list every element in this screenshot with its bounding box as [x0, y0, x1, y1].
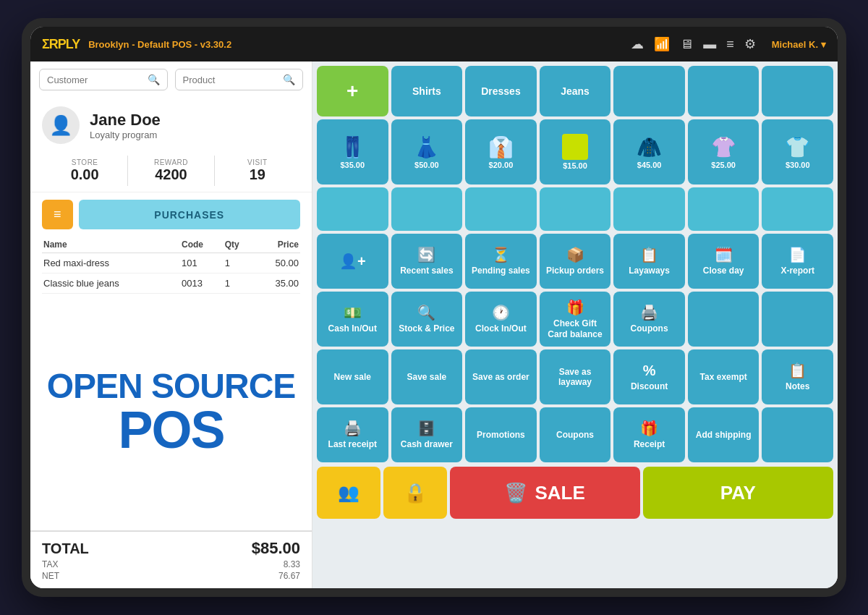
stat-visit: VISIT 19: [214, 156, 300, 186]
empty-tile-3[interactable]: [465, 187, 537, 231]
lock-button[interactable]: 🔒: [383, 467, 447, 519]
promo-pos: POS: [118, 404, 224, 456]
save-as-order-label: Save as order: [472, 372, 529, 382]
promotions-button[interactable]: Promotions: [465, 407, 537, 462]
pending-sales-button[interactable]: ⏳ Pending sales: [465, 234, 537, 289]
customer-search-box[interactable]: 🔍: [39, 69, 168, 90]
notes-button[interactable]: 📋 Notes: [762, 349, 833, 404]
stock-price-button[interactable]: 🔍 Stock & Price: [391, 292, 463, 347]
dress-image: 👗: [414, 135, 439, 159]
category-dresses[interactable]: Dresses: [465, 66, 537, 116]
clock-in-out-button[interactable]: 🕐 Clock In/Out: [465, 292, 537, 347]
add-customer-button[interactable]: 👤+: [317, 234, 388, 289]
purchases-button[interactable]: PURCHASES: [79, 200, 300, 229]
coupons-label: Coupons: [556, 430, 594, 440]
action-empty-1[interactable]: [688, 292, 760, 347]
item-qty: 1: [224, 273, 254, 294]
jeans-price: $35.00: [340, 161, 365, 169]
cloud-icon[interactable]: ☁: [631, 36, 644, 52]
table-row[interactable]: Classic blue jeans 0013 1 35.00: [42, 273, 300, 294]
card-icon[interactable]: ▬: [703, 37, 716, 52]
list-button[interactable]: ≡: [42, 200, 73, 229]
product-dress[interactable]: 👗 $50.00: [391, 119, 463, 184]
coupons-button[interactable]: Coupons: [540, 407, 611, 462]
empty-tile-4[interactable]: [540, 187, 611, 231]
sale-button[interactable]: 🗑️ SALE: [450, 467, 640, 519]
customers-button[interactable]: 👥: [317, 467, 380, 519]
notes-icon: 📋: [788, 362, 807, 379]
coat-image: 🧥: [637, 135, 662, 159]
item-price: 35.00: [254, 273, 300, 294]
category-jeans[interactable]: Jeans: [540, 66, 611, 116]
erply-logo: ΣRPLY: [42, 37, 80, 52]
cash-in-out-button[interactable]: 💵 Cash In/Out: [317, 292, 388, 347]
category-shirts[interactable]: Shirts: [391, 66, 463, 116]
action-row-1: 👤+ 🔄 Recent sales ⏳ Pending sales 📦 Pick…: [317, 234, 833, 289]
tax-exempt-button[interactable]: Tax exempt: [688, 349, 760, 404]
category-empty-2[interactable]: [688, 66, 760, 116]
product-white-shirt[interactable]: 👚 $25.00: [688, 119, 760, 184]
cash-drawer-button[interactable]: 🗄️ Cash drawer: [391, 407, 463, 462]
screen-icon[interactable]: 🖥: [680, 37, 693, 52]
empty-tile-1[interactable]: [317, 187, 388, 231]
jeans-image: 👖: [340, 135, 365, 159]
product-shirt[interactable]: 👔 $20.00: [465, 119, 537, 184]
item-qty: 1: [224, 253, 254, 273]
empty-tile-5[interactable]: [613, 187, 685, 231]
product-coat[interactable]: 🧥 $45.00: [613, 119, 685, 184]
dress-price: $50.00: [414, 161, 439, 169]
cash-icon: 💵: [344, 304, 362, 321]
last-receipt-button[interactable]: 🖨️ Last receipt: [317, 407, 388, 462]
save-sale-button[interactable]: Save sale: [391, 349, 463, 404]
save-as-order-button[interactable]: Save as order: [465, 349, 537, 404]
x-report-icon: 📄: [788, 246, 807, 263]
add-category-button[interactable]: +: [317, 66, 388, 116]
user-name: Michael K.: [772, 39, 818, 50]
trash-icon: 🗑️: [504, 482, 527, 504]
coupons-print-button[interactable]: 🖨️ Coupons: [613, 292, 685, 347]
coat-price: $45.00: [637, 161, 662, 169]
discount-button[interactable]: % Discount: [613, 349, 685, 404]
receipt-button[interactable]: 🎁 Receipt: [613, 407, 685, 462]
category-empty-3[interactable]: [762, 66, 833, 116]
tablet-frame: ΣRPLY Brooklyn - Default POS - v3.30.2 ☁…: [22, 18, 846, 597]
receipt-label: Receipt: [634, 439, 665, 449]
product-black-pants[interactable]: 👕 $30.00: [762, 119, 833, 184]
empty-tile-2[interactable]: [391, 187, 463, 231]
right-panel: + Shirts Dresses Jeans 👖 $35.00 👗: [312, 62, 838, 588]
product-jeans[interactable]: 👖 $35.00: [317, 119, 388, 184]
gear-icon[interactable]: ⚙: [744, 36, 756, 52]
menu-icon[interactable]: ≡: [726, 37, 734, 52]
tax-exempt-label: Tax exempt: [700, 372, 747, 382]
store-label: STORE: [42, 158, 127, 166]
empty-tile-7[interactable]: [762, 187, 833, 231]
col-price: Price: [254, 237, 300, 253]
action-empty-3[interactable]: [762, 407, 833, 462]
recent-sales-button[interactable]: 🔄 Recent sales: [391, 234, 463, 289]
empty-product-row: [317, 187, 833, 231]
pickup-orders-button[interactable]: 📦 Pickup orders: [540, 234, 611, 289]
customer-input[interactable]: [47, 75, 143, 85]
x-report-button[interactable]: 📄 X-report: [762, 234, 833, 289]
layaways-button[interactable]: 📋 Layaways: [613, 234, 685, 289]
stat-store: STORE 0.00: [42, 156, 127, 186]
product-search-box[interactable]: 🔍: [175, 69, 304, 90]
product-yellow[interactable]: $15.00: [540, 119, 611, 184]
save-as-layaway-button[interactable]: Save as layaway: [540, 349, 611, 404]
product-input[interactable]: [183, 75, 279, 85]
new-sale-button[interactable]: New sale: [317, 349, 388, 404]
topbar: ΣRPLY Brooklyn - Default POS - v3.30.2 ☁…: [30, 27, 838, 62]
user-menu[interactable]: Michael K. ▾: [772, 39, 826, 50]
coupons-print-label: Coupons: [631, 323, 668, 334]
category-empty-1[interactable]: [613, 66, 685, 116]
sale-label: SALE: [535, 482, 584, 504]
pay-button[interactable]: PAY: [643, 467, 833, 519]
close-day-button[interactable]: 🗓️ Close day: [688, 234, 760, 289]
gift-card-button[interactable]: 🎁 Check Gift Card balance: [540, 292, 611, 347]
cash-label: Cash In/Out: [328, 323, 377, 334]
empty-tile-6[interactable]: [688, 187, 760, 231]
action-empty-2[interactable]: [762, 292, 833, 347]
add-shipping-button[interactable]: Add shipping: [688, 407, 760, 462]
table-row[interactable]: Red maxi-dress 101 1 50.00: [42, 253, 300, 273]
total-amount: $85.00: [252, 539, 300, 558]
